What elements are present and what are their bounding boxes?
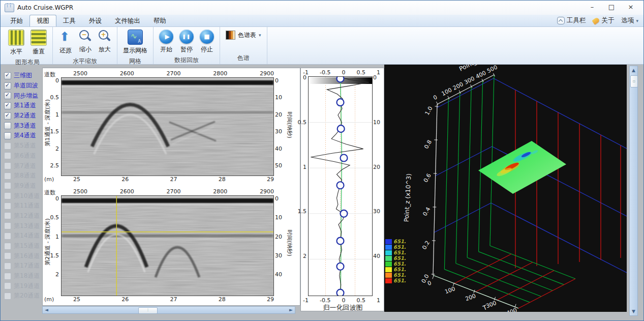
zoom-in-button[interactable]: 放大 — [97, 28, 113, 55]
checkbox[interactable] — [4, 82, 11, 90]
ribbon-button-label: 暂停 — [180, 45, 193, 54]
checkbox[interactable] — [4, 142, 11, 150]
minimize-button[interactable]: – — [584, 2, 601, 13]
sidebar-item-channel-19[interactable]: 第19通道 — [1, 281, 42, 291]
tab-peripherals[interactable]: 外设 — [82, 15, 108, 26]
window-controls: – □ × — [584, 2, 639, 13]
axis-tick: 26 — [121, 176, 129, 183]
sidebar-item-channel-15[interactable]: 第15通道 — [1, 241, 42, 251]
checkbox[interactable] — [4, 252, 11, 259]
options-button[interactable]: 选项 ▾ — [621, 16, 638, 25]
maximize-button[interactable]: □ — [603, 2, 620, 13]
sidebar-item-sync-gain[interactable]: 同步增益 — [1, 91, 42, 101]
sidebar-item-channel-7[interactable]: 第7通道 — [1, 161, 42, 171]
sidebar-item-channel-14[interactable]: 第14通道 — [1, 231, 42, 241]
checkbox[interactable] — [4, 122, 11, 129]
sidebar-item-channel-5[interactable]: 第5通道 — [1, 141, 42, 151]
about-button[interactable]: 关于 — [593, 16, 614, 25]
checkbox[interactable] — [4, 112, 11, 120]
tab-tools[interactable]: 工具 — [56, 15, 82, 26]
echo-marker[interactable] — [340, 154, 347, 161]
axis-tick: 0 — [55, 195, 59, 202]
tab-start[interactable]: 开始 — [4, 15, 29, 26]
sidebar-item-channel-17[interactable]: 第17通道 — [1, 261, 42, 271]
echo-marker[interactable] — [337, 238, 344, 245]
scroll-right-icon[interactable]: ► — [287, 307, 295, 313]
checkbox[interactable] — [4, 293, 11, 300]
tab-file-output[interactable]: 文件输出 — [108, 15, 147, 26]
sidebar-item-channel-4[interactable]: 第4通道 — [1, 131, 42, 141]
checkbox[interactable] — [4, 182, 11, 189]
scrollbar-thumb[interactable] — [138, 307, 158, 314]
echo-plot[interactable] — [308, 76, 373, 296]
vertical-layout-button[interactable]: 垂直 — [29, 28, 48, 57]
horizontal-scrollbar[interactable]: ◄ ► — [42, 306, 295, 314]
sidebar-item-channel-6[interactable]: 第6通道 — [1, 151, 42, 161]
sidebar-item-channel-11[interactable]: 第11通道 — [1, 201, 42, 211]
sidebar-item-channel-20[interactable]: 第20通道 — [1, 291, 42, 301]
sidebar-item-channel-1[interactable]: 第1通道 — [1, 101, 42, 111]
vertical-scrollbar[interactable]: ▲ ▼ — [629, 66, 638, 316]
sidebar-item-channel-10[interactable]: 第10通道 — [1, 191, 42, 201]
checkbox[interactable] — [4, 222, 11, 229]
restore-zoom-button[interactable]: 还原 — [57, 28, 74, 56]
sidebar-item-3d-view[interactable]: 三维图 — [1, 71, 42, 81]
tab-help[interactable]: 帮助 — [147, 15, 173, 26]
colorbar-legend: 651. 651. 651. 651. — [385, 239, 406, 283]
checkbox[interactable] — [4, 162, 11, 169]
checkbox[interactable] — [4, 72, 11, 79]
axis-tick: 0 — [432, 94, 438, 101]
sidebar-item-channel-12[interactable]: 第12通道 — [1, 211, 42, 221]
z-axis-label: Point_z (x10^3) — [403, 173, 413, 222]
tab-view[interactable]: 视图 — [29, 15, 56, 26]
axis-tick: -0.5 — [320, 69, 330, 76]
sidebar-item-channel-18[interactable]: 第18通道 — [1, 271, 42, 281]
sidebar-item-channel-3[interactable]: 第3通道 — [1, 121, 42, 131]
sidebar-item-single-trace-echo[interactable]: 单道回波 — [1, 81, 42, 91]
echo-marker[interactable] — [337, 76, 344, 82]
checkbox[interactable] — [4, 172, 11, 180]
checkbox[interactable] — [4, 132, 11, 139]
playback-pause-button[interactable]: 暂停 — [178, 28, 195, 55]
checkbox[interactable] — [4, 192, 11, 199]
axis-tick: 1.5 — [50, 128, 59, 135]
echo-marker[interactable] — [337, 263, 344, 270]
sidebar-item-channel-2[interactable]: 第2通道 — [1, 111, 42, 121]
colormap-dropdown[interactable]: 色谱表 ▾ — [224, 28, 263, 41]
sidebar-item-channel-9[interactable]: 第9通道 — [1, 181, 42, 191]
checkbox[interactable] — [4, 102, 11, 109]
scrollbar-thumb[interactable] — [630, 75, 638, 87]
show-grid-button[interactable]: 显示网格 — [121, 28, 149, 56]
sidebar-item-channel-8[interactable]: 第8通道 — [1, 171, 42, 181]
playback-stop-button[interactable]: 停止 — [198, 28, 216, 55]
plot3d[interactable]: Point_y Point_z (x10^3) T 01002003004005… — [384, 65, 627, 312]
axis-tick: 0.5 — [50, 94, 59, 101]
close-button[interactable]: × — [622, 2, 639, 13]
checkbox[interactable] — [4, 202, 11, 210]
checkbox[interactable] — [4, 152, 11, 159]
checkbox[interactable] — [4, 212, 11, 219]
scroll-left-icon[interactable]: ◄ — [43, 307, 50, 313]
axis-tick: 30 — [373, 208, 383, 215]
checkbox[interactable] — [4, 282, 11, 289]
sidebar-item-channel-16[interactable]: 第16通道 — [1, 251, 42, 261]
sidebar-item-channel-13[interactable]: 第13通道 — [1, 221, 42, 231]
gpr-image-channel2[interactable] — [61, 195, 274, 296]
scroll-up-icon[interactable]: ▲ — [630, 67, 637, 74]
gpr-image-channel1[interactable] — [61, 77, 274, 176]
echo-marker[interactable] — [338, 125, 345, 132]
checkbox[interactable] — [4, 262, 11, 270]
echo-marker[interactable] — [337, 99, 344, 106]
zoom-out-button[interactable]: 缩小 — [77, 28, 94, 55]
toolbar-toggle-button[interactable]: 工具栏 — [557, 16, 586, 25]
echo-marker[interactable] — [337, 289, 344, 296]
scroll-down-icon[interactable]: ▼ — [630, 308, 637, 315]
checkbox[interactable] — [4, 92, 11, 99]
playback-start-button[interactable]: 开始 — [158, 28, 175, 55]
checkbox[interactable] — [4, 232, 11, 240]
checkbox[interactable] — [4, 243, 11, 250]
horizontal-layout-button[interactable]: 水平 — [7, 28, 26, 57]
echo-marker[interactable] — [337, 182, 344, 189]
checkbox[interactable] — [4, 273, 11, 280]
echo-marker[interactable] — [340, 210, 347, 217]
